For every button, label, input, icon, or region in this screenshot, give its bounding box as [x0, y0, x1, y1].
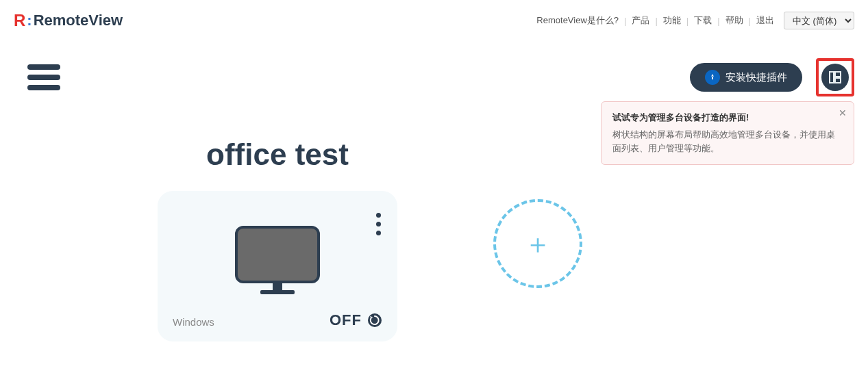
group-title: office test [206, 138, 349, 172]
nav-products[interactable]: 产品 [630, 14, 651, 27]
device-card[interactable]: Windows OFF [158, 191, 397, 341]
svg-rect-4 [273, 282, 282, 290]
svg-rect-1 [835, 72, 841, 77]
kebab-menu-icon[interactable] [376, 213, 381, 235]
close-icon[interactable]: ✕ [839, 107, 847, 118]
refresh-icon[interactable] [367, 313, 382, 328]
tooltip-title: 试试专为管理多台设备打造的界面! [612, 112, 843, 124]
layout-grid-icon [828, 70, 842, 84]
layout-toggle-highlight [816, 58, 854, 96]
device-status: OFF [330, 311, 382, 329]
install-plugin-button[interactable]: 安装快捷插件 [690, 63, 802, 92]
logo-r-icon: R [14, 11, 25, 30]
rocket-icon [705, 70, 720, 85]
tooltip-desc: 树状结构的屏幕布局帮助高效地管理多台设备，并使用桌面列表、用户管理等功能。 [612, 128, 843, 155]
nav-features[interactable]: 功能 [662, 14, 682, 27]
svg-rect-3 [236, 227, 319, 282]
monitor-icon [233, 224, 322, 302]
svg-rect-0 [830, 72, 834, 83]
toolbar: 安装快捷插件 [0, 38, 868, 96]
nav-whatis[interactable]: RemoteView是什么? [535, 14, 620, 27]
svg-rect-2 [835, 78, 841, 83]
install-plugin-label: 安装快捷插件 [726, 71, 787, 84]
plus-icon: ＋ [524, 230, 551, 257]
group-section: office test Windows OFF [158, 138, 397, 341]
device-os: Windows [173, 316, 214, 328]
nav-download[interactable]: 下载 [693, 14, 713, 27]
top-header: R : RemoteView RemoteView是什么? | 产品 | 功能 … [0, 0, 868, 38]
nav-help[interactable]: 帮助 [724, 14, 745, 27]
language-select[interactable]: 中文 (简体) [784, 12, 854, 29]
hamburger-menu-icon[interactable] [27, 64, 60, 90]
header-right: RemoteView是什么? | 产品 | 功能 | 下载 | 帮助 | 退出 … [535, 12, 854, 29]
nav-logout[interactable]: 退出 [755, 14, 776, 27]
status-text: OFF [330, 311, 362, 329]
header-nav: RemoteView是什么? | 产品 | 功能 | 下载 | 帮助 | 退出 [535, 14, 776, 27]
logo[interactable]: R : RemoteView [14, 11, 123, 30]
logo-text: RemoteView [34, 12, 123, 29]
toolbar-right: 安装快捷插件 [690, 58, 854, 96]
add-device-button[interactable]: ＋ [493, 199, 582, 288]
logo-colon-icon: : [27, 12, 32, 29]
svg-rect-5 [260, 290, 295, 294]
tooltip-box: ✕ 试试专为管理多台设备打造的界面! 树状结构的屏幕布局帮助高效地管理多台设备，… [601, 101, 854, 165]
layout-toggle-button[interactable] [821, 64, 849, 91]
